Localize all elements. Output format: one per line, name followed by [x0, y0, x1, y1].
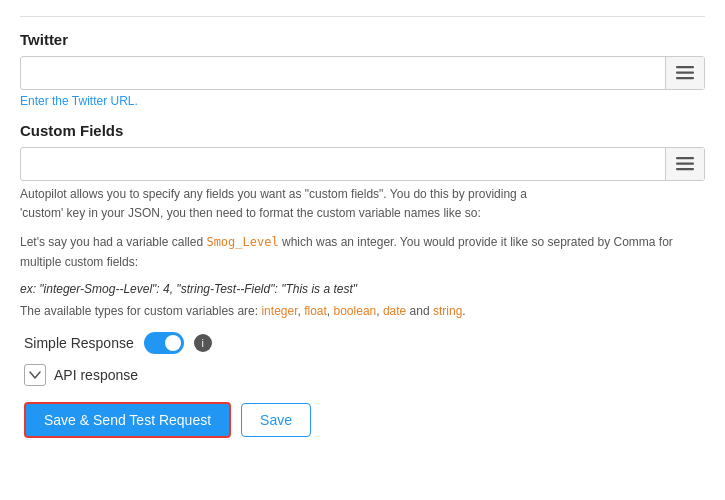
- top-divider: [20, 16, 705, 17]
- twitter-section: Twitter Enter the Twitter URL.: [20, 31, 705, 108]
- svg-rect-4: [676, 163, 694, 165]
- info-icon[interactable]: i: [194, 334, 212, 352]
- hamburger-icon-2: [676, 155, 694, 173]
- custom-fields-input[interactable]: [21, 148, 665, 180]
- custom-fields-input-row: [20, 147, 705, 181]
- simple-response-row: Simple Response i: [20, 332, 705, 354]
- button-row: Save & Send Test Request Save: [20, 402, 705, 438]
- custom-fields-label: Custom Fields: [20, 122, 705, 139]
- type-boolean: boolean: [334, 304, 377, 318]
- twitter-hint: Enter the Twitter URL.: [20, 94, 705, 108]
- api-response-row: API response: [20, 364, 705, 386]
- type-date: date: [383, 304, 406, 318]
- save-send-button[interactable]: Save & Send Test Request: [24, 402, 231, 438]
- custom-fields-section: Custom Fields Autopilot allows you to sp…: [20, 122, 705, 318]
- type-integer: integer: [261, 304, 297, 318]
- svg-rect-2: [676, 77, 694, 79]
- custom-fields-menu-button[interactable]: [665, 148, 704, 180]
- types-prefix: The available types for custom variables…: [20, 304, 261, 318]
- type-float: float: [304, 304, 327, 318]
- desc-line3a: Let's say you had a variable called: [20, 235, 206, 249]
- available-types: The available types for custom variables…: [20, 304, 705, 318]
- svg-rect-1: [676, 72, 694, 74]
- svg-rect-3: [676, 157, 694, 159]
- twitter-menu-button[interactable]: [665, 57, 704, 89]
- twitter-input-row: [20, 56, 705, 90]
- svg-rect-5: [676, 168, 694, 170]
- api-response-label: API response: [54, 367, 138, 383]
- twitter-input[interactable]: [21, 57, 665, 89]
- custom-fields-description2: Let's say you had a variable called Smog…: [20, 233, 705, 271]
- chevron-down-icon[interactable]: [24, 364, 46, 386]
- code-var: Smog_Level: [206, 235, 278, 249]
- svg-rect-0: [676, 66, 694, 68]
- desc-line2: 'custom' key in your JSON, you then need…: [20, 206, 481, 220]
- simple-response-toggle[interactable]: [144, 332, 184, 354]
- desc-line1: Autopilot allows you to specify any fiel…: [20, 187, 527, 201]
- type-string: string: [433, 304, 462, 318]
- example-text: ex: "integer-Smog--Level": 4, "string-Te…: [20, 282, 705, 296]
- hamburger-icon: [676, 64, 694, 82]
- custom-fields-description: Autopilot allows you to specify any fiel…: [20, 185, 705, 223]
- toggle-slider: [144, 332, 184, 354]
- save-button[interactable]: Save: [241, 403, 311, 437]
- twitter-label: Twitter: [20, 31, 705, 48]
- simple-response-label: Simple Response: [24, 335, 134, 351]
